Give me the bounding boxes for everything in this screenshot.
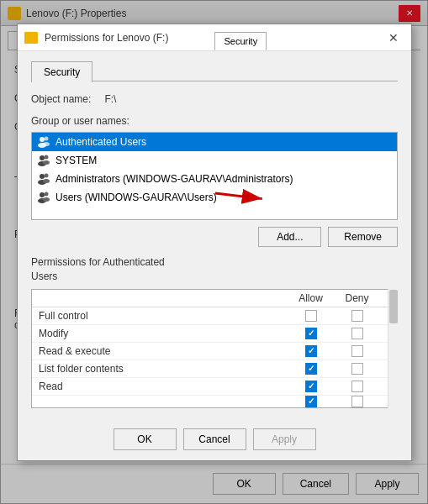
perm-fullcontrol-deny-checkbox[interactable] (351, 310, 363, 322)
add-remove-row: Add... Remove (31, 227, 398, 247)
user-group-icon-authenticated (37, 135, 50, 149)
perm-name-listfolder: List folder contents (39, 363, 288, 375)
svg-point-4 (40, 155, 45, 160)
user-name-users: Users (WINDOWS-GAURAV\Users) (55, 192, 217, 203)
dialog-title: Permissions for Lenovo (F:) (45, 32, 383, 44)
perm-read-allow-checkbox[interactable] (305, 381, 317, 392)
dialog-bottom-buttons: OK Cancel Apply (18, 418, 411, 460)
permissions-dialog: Permissions for Lenovo (F:) ✕ Security O… (17, 24, 412, 461)
user-item-system[interactable]: SYSTEM (32, 151, 397, 170)
group-label: Group or user names: (31, 115, 398, 127)
svg-point-2 (45, 137, 49, 141)
user-listbox[interactable]: Authenticated Users SYSTEM (31, 132, 398, 220)
svg-point-14 (45, 192, 49, 197)
permissions-table-wrapper: Allow Deny Full control (31, 289, 398, 408)
perm-read-deny-checkbox[interactable] (351, 381, 363, 392)
scroll-thumb[interactable] (389, 290, 398, 323)
dialog-cancel-button[interactable]: Cancel (183, 428, 246, 450)
user-name-system: SYSTEM (55, 155, 97, 166)
svg-point-7 (43, 160, 50, 165)
dialog-close-button[interactable]: ✕ (383, 29, 404, 47)
permissions-scrollbar[interactable] (388, 289, 398, 408)
user-item-administrators[interactable]: Administrators (WINDOWS-GAURAV\Administr… (32, 170, 397, 188)
perm-readexecute-deny-checkbox[interactable] (351, 345, 363, 357)
svg-point-11 (43, 179, 50, 183)
svg-point-15 (43, 197, 50, 202)
perm-row-readexecute: Read & execute (32, 343, 397, 360)
perm-readexecute-allow-checkbox[interactable] (305, 345, 317, 357)
perm-modify-deny-checkbox[interactable] (351, 328, 363, 339)
svg-point-8 (40, 174, 45, 179)
user-group-icon-admin (37, 172, 50, 186)
dialog-security-tab[interactable]: Security (31, 61, 92, 82)
deny-header: Deny (334, 292, 380, 304)
svg-point-12 (40, 192, 45, 197)
svg-point-10 (45, 174, 49, 178)
user-group-icon-users (37, 191, 50, 204)
svg-point-3 (43, 142, 50, 146)
perm-name-fullcontrol: Full control (39, 310, 288, 322)
perm-write-allow-checkbox[interactable] (305, 396, 317, 407)
perm-row-write (32, 396, 397, 407)
svg-point-0 (40, 137, 45, 142)
perm-name-read: Read (39, 381, 288, 392)
dialog-folder-icon (24, 32, 38, 44)
perm-modify-allow-checkbox[interactable] (305, 328, 317, 339)
user-item-authenticated[interactable]: Authenticated Users (32, 133, 397, 151)
bg-tab-security[interactable]: Security (214, 32, 267, 50)
permissions-table: Allow Deny Full control (31, 289, 398, 408)
object-name-row: Object name: F:\ (31, 93, 398, 105)
object-name-label: Object name: (31, 93, 91, 105)
perm-name-modify: Modify (39, 328, 288, 339)
add-button[interactable]: Add... (258, 227, 321, 247)
dialog-apply-button[interactable]: Apply (253, 428, 316, 450)
perm-row-fullcontrol: Full control (32, 307, 397, 325)
perm-fullcontrol-allow-checkbox[interactable] (305, 310, 317, 322)
perm-listfolder-allow-checkbox[interactable] (305, 363, 317, 375)
dialog-ok-button[interactable]: OK (114, 428, 177, 450)
perm-name-readexecute: Read & execute (39, 345, 288, 357)
perm-row-read: Read (32, 378, 397, 396)
perm-write-deny-checkbox[interactable] (351, 396, 363, 407)
permissions-header: Allow Deny (32, 290, 397, 307)
perm-row-modify: Modify (32, 325, 397, 343)
dialog-body: Security Object name: F:\ Group or user … (18, 51, 411, 418)
user-group-icon-system (37, 154, 50, 167)
dialog-tab-row: Security (31, 61, 398, 81)
perm-listfolder-deny-checkbox[interactable] (351, 363, 363, 375)
perm-row-listfolder: List folder contents (32, 360, 397, 378)
remove-button[interactable]: Remove (328, 227, 398, 247)
allow-header: Allow (288, 292, 334, 304)
svg-point-6 (45, 155, 49, 160)
user-name-authenticated: Authenticated Users (55, 136, 146, 148)
permissions-label: Permissions for Authenticated Users (31, 255, 398, 284)
object-name-value: F:\ (104, 93, 116, 105)
